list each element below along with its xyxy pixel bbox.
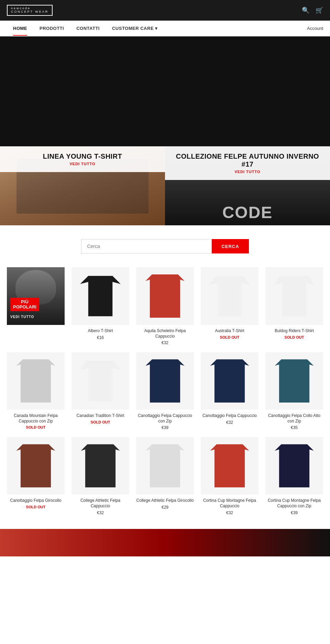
product-soldout: SOLD OUT [72, 420, 129, 424]
collection-felpe-link[interactable]: VEDI TUTTO [172, 170, 323, 174]
product-image-shape [208, 359, 251, 403]
products-section: PIÙ POPOLARI VEDI TUTTO Albero T-Shirt €… [0, 267, 330, 529]
header-icons: 🔍 🛒 [302, 7, 323, 14]
product-name: Albero T-Shirt [72, 328, 129, 334]
collection-felpe-overlay: COLLEZIONE FELPE AUTUNNO INVERNO #17 VED… [165, 146, 330, 180]
product-card[interactable]: Canottaggio Felpa Girocollo SOLD OUT [7, 437, 65, 515]
product-price: €32 [136, 340, 194, 345]
product-name: Canottaggio Felpa Girocollo [7, 498, 65, 504]
product-soldout: SOLD OUT [201, 335, 258, 339]
chevron-down-icon: ▾ [155, 26, 158, 31]
product-image [201, 352, 258, 410]
logo[interactable]: newcode CONCEPT WEAR [7, 5, 53, 16]
product-soldout: SOLD OUT [7, 425, 65, 429]
product-card[interactable]: Canada Mountain Felpa Cappuccio con Zip … [7, 352, 65, 430]
collection-felpe-title: COLLEZIONE FELPE AUTUNNO INVERNO #17 [172, 152, 323, 168]
logo-line2: CONCEPT WEAR [11, 10, 48, 14]
product-name: Buldog Riders T-Shirt [265, 328, 323, 334]
product-image [136, 267, 194, 325]
product-card[interactable]: College Athletic Felpa Cappuccio €32 [72, 437, 129, 515]
product-image-shape [273, 444, 316, 487]
product-name: College Athletic Felpa Cappuccio [72, 498, 129, 509]
collection-tshirt-title: LINEA YOUNG T-SHIRT [7, 152, 158, 160]
product-name: Canottaggio Felpa Collo Alto con Zip [265, 413, 323, 424]
product-name: Cortina Cup Montagne Felpa Cappuccio con… [265, 498, 323, 509]
product-card[interactable]: Australia T-Shirt SOLD OUT [201, 267, 258, 345]
product-name: Canottaggio Felpa Cappuccio [201, 413, 258, 419]
product-card[interactable]: Buldog Riders T-Shirt SOLD OUT [265, 267, 323, 345]
collections-section: LINEA YOUNG T-SHIRT VEDI TUTTO CODE COLL… [0, 146, 330, 225]
nav-item-contatti[interactable]: CONTATTI [70, 21, 106, 36]
product-price: €32 [201, 420, 258, 425]
product-price: €39 [265, 510, 323, 515]
product-price: €29 [136, 505, 194, 510]
collection-tshirt-overlay: LINEA YOUNG T-SHIRT VEDI TUTTO [0, 146, 165, 172]
search-input[interactable] [81, 239, 212, 253]
popular-vedi-tutto: VEDI TUTTO [10, 315, 34, 319]
product-name: Australia T-Shirt [201, 328, 258, 334]
popular-label: PIÙ POPOLARI [10, 298, 39, 311]
product-soldout: SOLD OUT [7, 505, 65, 509]
product-image-shape [80, 361, 121, 401]
product-image [7, 437, 65, 495]
product-card[interactable]: Canottaggio Felpa Collo Alto con Zip €35 [265, 352, 323, 430]
collection-tshirt[interactable]: LINEA YOUNG T-SHIRT VEDI TUTTO [0, 146, 165, 225]
nav-item-customer-care[interactable]: CUSTOMER CARE ▾ [106, 21, 164, 36]
product-image [7, 352, 65, 410]
product-image-shape [274, 276, 315, 316]
product-image [136, 437, 194, 495]
search-button[interactable]: CERCA [212, 239, 249, 253]
product-image-shape [79, 444, 122, 487]
product-image-shape [14, 444, 57, 487]
collection-felpe[interactable]: CODE COLLEZIONE FELPE AUTUNNO INVERNO #1… [165, 146, 330, 225]
product-image-shape [209, 276, 250, 316]
product-name: Cortina Cup Montagne Felpa Cappuccio [201, 498, 258, 509]
header: newcode CONCEPT WEAR 🔍 🛒 [0, 0, 330, 21]
product-image [72, 352, 129, 410]
nav-item-prodotti[interactable]: PRODOTTI [33, 21, 70, 36]
product-image-shape [14, 359, 57, 403]
product-image [72, 267, 129, 325]
product-name: Canottaggio Felpa Cappuccio con Zip [136, 413, 194, 424]
product-card[interactable]: Aquila Scheletro Felpa Cappuccio €32 [136, 267, 194, 345]
product-image [201, 437, 258, 495]
product-image-shape [143, 359, 187, 403]
product-image [265, 352, 323, 410]
product-card[interactable]: College Athletic Felpa Girocollo €29 [136, 437, 194, 515]
product-name: Aquila Scheletro Felpa Cappuccio [136, 328, 194, 339]
product-image-shape [143, 444, 187, 487]
collection-tshirt-link[interactable]: VEDI TUTTO [7, 162, 158, 166]
search-section: CERCA [0, 225, 330, 267]
product-image [265, 267, 323, 325]
product-image [72, 437, 129, 495]
navigation: HOME PRODOTTI CONTATTI CUSTOMER CARE ▾ A… [0, 21, 330, 36]
product-soldout: SOLD OUT [265, 335, 323, 339]
product-card[interactable]: Canottaggio Felpa Cappuccio con Zip €39 [136, 352, 194, 430]
product-card[interactable]: Cortina Cup Montagne Felpa Cappuccio con… [265, 437, 323, 515]
product-image-shape [208, 444, 251, 487]
products-grid: PIÙ POPOLARI VEDI TUTTO Albero T-Shirt €… [7, 267, 323, 515]
nav-account[interactable]: Account [307, 26, 323, 31]
hero-banner [0, 36, 330, 146]
product-card[interactable]: Canottaggio Felpa Cappuccio €32 [201, 352, 258, 430]
product-card[interactable]: Albero T-Shirt €16 [72, 267, 129, 345]
product-image [265, 437, 323, 495]
product-name: College Athletic Felpa Girocollo [136, 498, 194, 504]
product-price: €16 [72, 335, 129, 340]
product-image-shape [273, 359, 316, 403]
product-price: €39 [136, 425, 194, 430]
product-price: €32 [201, 510, 258, 515]
cart-icon[interactable]: 🛒 [316, 7, 323, 14]
product-image-shape [80, 276, 121, 316]
footer-teaser [0, 529, 330, 556]
product-name: Canadian Tradition T-Shirt [72, 413, 129, 419]
popular-card[interactable]: PIÙ POPOLARI VEDI TUTTO [7, 267, 65, 325]
product-image [201, 267, 258, 325]
product-card[interactable]: Cortina Cup Montagne Felpa Cappuccio €32 [201, 437, 258, 515]
product-image-shape [143, 274, 187, 318]
product-image [136, 352, 194, 410]
nav-item-home[interactable]: HOME [7, 21, 33, 36]
product-price: €32 [72, 510, 129, 515]
product-card[interactable]: Canadian Tradition T-Shirt SOLD OUT [72, 352, 129, 430]
search-icon[interactable]: 🔍 [302, 7, 309, 14]
